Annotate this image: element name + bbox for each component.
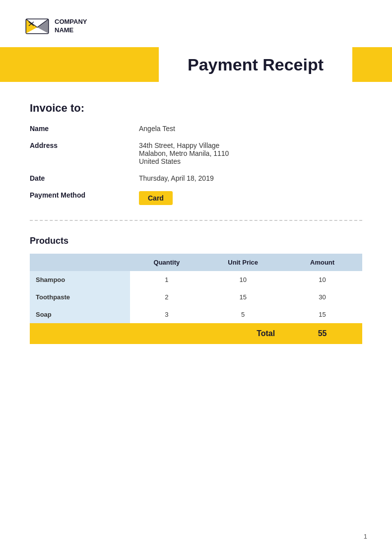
- invoice-section: Invoice to: Name Angela Test Address 34t…: [0, 102, 392, 205]
- products-label: Products: [30, 236, 362, 246]
- invoice-to-label: Invoice to:: [30, 102, 362, 115]
- product-unit-price: 15: [203, 288, 282, 306]
- table-header-row: Quantity Unit Price Amount: [30, 254, 362, 271]
- page-number: 1: [364, 533, 367, 540]
- product-name: Shampoo: [30, 271, 130, 288]
- products-section: Products Quantity Unit Price Amount Sham…: [0, 236, 392, 344]
- products-table: Quantity Unit Price Amount Shampoo 1 10 …: [30, 254, 362, 344]
- address-line3: United States: [139, 157, 229, 165]
- total-empty: [30, 323, 130, 344]
- payment-method-label: Payment Method: [30, 191, 139, 199]
- company-name-line1: COMPANY: [55, 18, 87, 26]
- banner-title: Payment Receipt: [159, 55, 352, 74]
- banner: Payment Receipt: [0, 47, 392, 82]
- total-value: 55: [282, 323, 362, 344]
- total-empty2: [130, 323, 204, 344]
- address-row: Address 34th Street, Happy Village Malab…: [30, 141, 362, 165]
- table-row: Toothpaste 2 15 30: [30, 288, 362, 306]
- product-quantity: 1: [130, 271, 204, 288]
- banner-right-accent: [352, 47, 392, 82]
- company-logo-icon: [25, 15, 50, 37]
- product-amount: 10: [282, 271, 362, 288]
- payment-method-value: Card: [139, 191, 173, 205]
- name-label: Name: [30, 125, 139, 133]
- product-unit-price: 5: [203, 306, 282, 323]
- table-row: Soap 3 5 15: [30, 306, 362, 323]
- separator: [30, 220, 362, 221]
- table-row: Shampoo 1 10 10: [30, 271, 362, 288]
- date-row: Date Thursday, April 18, 2019: [30, 174, 362, 182]
- payment-badge: Card: [139, 191, 173, 205]
- product-quantity: 3: [130, 306, 204, 323]
- address-line1: 34th Street, Happy Village: [139, 141, 229, 149]
- product-name: Toothpaste: [30, 288, 130, 306]
- date-label: Date: [30, 174, 139, 182]
- product-quantity: 2: [130, 288, 204, 306]
- banner-left-accent: [0, 47, 159, 82]
- address-line2: Malabon, Metro Manila, 1110: [139, 149, 229, 157]
- col-header-unit-price: Unit Price: [203, 254, 282, 271]
- payment-method-row: Payment Method Card: [30, 191, 362, 205]
- company-name-line2: NAME: [55, 26, 87, 35]
- address-label: Address: [30, 141, 139, 149]
- product-unit-price: 10: [203, 271, 282, 288]
- total-row: Total 55: [30, 323, 362, 344]
- logo-area: COMPANY NAME: [0, 0, 392, 47]
- total-label: Total: [203, 323, 282, 344]
- product-amount: 30: [282, 288, 362, 306]
- company-name: COMPANY NAME: [55, 18, 87, 35]
- name-value: Angela Test: [139, 125, 175, 133]
- col-header-amount: Amount: [282, 254, 362, 271]
- product-name: Soap: [30, 306, 130, 323]
- col-header-name: [30, 254, 130, 271]
- date-value: Thursday, April 18, 2019: [139, 174, 214, 182]
- name-row: Name Angela Test: [30, 125, 362, 133]
- address-value: 34th Street, Happy Village Malabon, Metr…: [139, 141, 229, 165]
- product-amount: 15: [282, 306, 362, 323]
- col-header-quantity: Quantity: [130, 254, 204, 271]
